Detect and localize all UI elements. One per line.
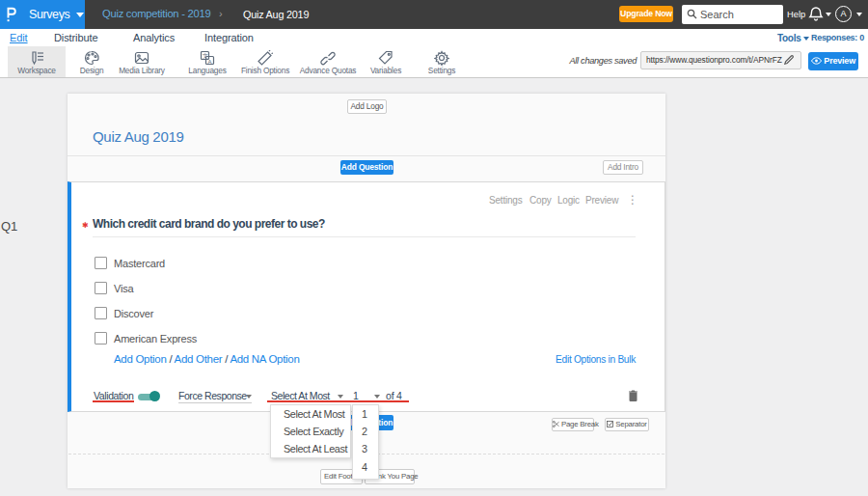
svg-text:A: A	[208, 59, 212, 65]
